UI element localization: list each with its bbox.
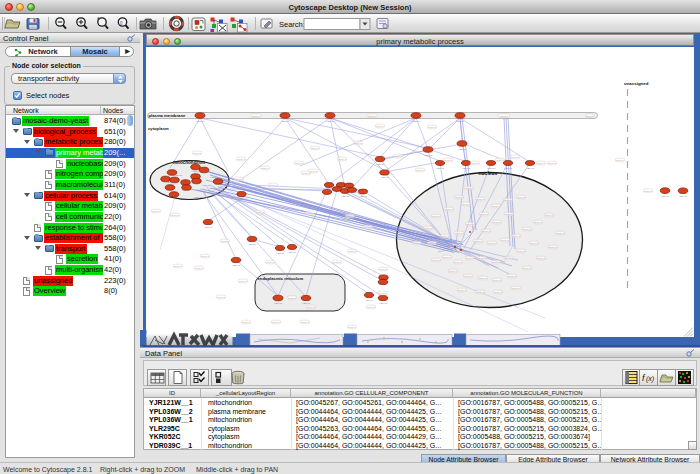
svg-text:Gene-1: Gene-1 xyxy=(505,257,513,259)
svg-text:Gene-1: Gene-1 xyxy=(492,205,500,207)
svg-text:Gene-1: Gene-1 xyxy=(235,178,243,180)
svg-text:YBR-08: YBR-08 xyxy=(679,195,688,198)
svg-text:Gene-1: Gene-1 xyxy=(443,256,451,258)
svg-text:Gene-1: Gene-1 xyxy=(306,212,314,214)
svg-text:Gene-1: Gene-1 xyxy=(471,162,479,164)
svg-text:Gene-1: Gene-1 xyxy=(269,184,277,186)
svg-text:Gene-1: Gene-1 xyxy=(492,261,500,263)
svg-text:Gene-1: Gene-1 xyxy=(367,306,375,308)
svg-text:Gene-1: Gene-1 xyxy=(549,246,557,248)
svg-text:Gene-1: Gene-1 xyxy=(174,265,182,267)
svg-text:Gene-1: Gene-1 xyxy=(537,162,545,164)
svg-text:Gene-1: Gene-1 xyxy=(193,152,201,154)
svg-text:mitochondrion: mitochondrion xyxy=(173,160,205,165)
svg-text:Gene-1: Gene-1 xyxy=(501,239,509,241)
svg-text:Gene-1: Gene-1 xyxy=(512,235,520,237)
svg-text:YBR-08: YBR-08 xyxy=(359,195,368,198)
svg-text:Gene-1: Gene-1 xyxy=(272,321,280,323)
svg-text:Gene-1: Gene-1 xyxy=(338,158,346,160)
svg-text:YBR-08: YBR-08 xyxy=(174,174,183,177)
svg-text:Gene-1: Gene-1 xyxy=(201,255,209,257)
svg-text:YBR-08: YBR-08 xyxy=(232,264,241,267)
svg-text:plasma membrane: plasma membrane xyxy=(149,113,186,118)
svg-text:Gene-1: Gene-1 xyxy=(195,267,203,269)
svg-text:Gene-1: Gene-1 xyxy=(586,115,594,117)
svg-text:Gene-1: Gene-1 xyxy=(368,115,376,117)
svg-text:YBR-08: YBR-08 xyxy=(192,170,201,173)
svg-text:Gene-1: Gene-1 xyxy=(432,259,440,261)
svg-text:Gene-1: Gene-1 xyxy=(517,250,525,252)
svg-text:nucleus: nucleus xyxy=(479,170,498,176)
svg-text:YBR-08: YBR-08 xyxy=(458,148,467,151)
svg-text:YBR-08: YBR-08 xyxy=(661,195,670,198)
svg-text:YBR-08: YBR-08 xyxy=(194,196,203,199)
svg-text:Gene-1: Gene-1 xyxy=(416,169,424,171)
svg-text:Gene-1: Gene-1 xyxy=(428,126,436,128)
svg-text:Gene-1: Gene-1 xyxy=(152,210,160,212)
svg-text:Gene-1: Gene-1 xyxy=(548,162,556,164)
svg-text:YBR-08: YBR-08 xyxy=(281,120,290,123)
svg-text:Gene-1: Gene-1 xyxy=(505,213,513,215)
svg-text:YBR-08: YBR-08 xyxy=(202,184,211,187)
svg-text:Gene-1: Gene-1 xyxy=(545,214,553,216)
svg-text:Gene-1: Gene-1 xyxy=(488,242,496,244)
svg-text:Gene-1: Gene-1 xyxy=(354,142,362,144)
svg-text:Gene-1: Gene-1 xyxy=(496,159,504,161)
svg-text:Gene-1: Gene-1 xyxy=(466,257,474,259)
svg-text:Gene-1: Gene-1 xyxy=(523,228,531,230)
svg-text:Gene-1: Gene-1 xyxy=(530,242,538,244)
svg-text:unassigned: unassigned xyxy=(624,81,649,86)
svg-text:Gene-1: Gene-1 xyxy=(479,277,487,279)
svg-text:YBR-08: YBR-08 xyxy=(326,120,335,123)
svg-text:Gene-1: Gene-1 xyxy=(444,159,452,161)
svg-text:Gene-1: Gene-1 xyxy=(171,214,179,216)
svg-text:Gene-1: Gene-1 xyxy=(493,221,501,223)
svg-text:Gene-1: Gene-1 xyxy=(464,275,472,277)
svg-text:Gene-1: Gene-1 xyxy=(261,167,269,169)
svg-text:Gene-1: Gene-1 xyxy=(494,291,502,293)
svg-text:YBR-08: YBR-08 xyxy=(210,176,219,179)
svg-text:Gene-1: Gene-1 xyxy=(288,297,296,299)
svg-text:Gene-1: Gene-1 xyxy=(466,223,474,225)
svg-text:YBR-08: YBR-08 xyxy=(526,167,535,170)
svg-text:Gene-1: Gene-1 xyxy=(413,242,421,244)
svg-text:YBR-08: YBR-08 xyxy=(274,302,283,305)
svg-text:Gene-1: Gene-1 xyxy=(462,203,470,205)
svg-text:YBR-08: YBR-08 xyxy=(182,189,191,192)
svg-text:YBR-08: YBR-08 xyxy=(456,120,465,123)
svg-text:Gene-1: Gene-1 xyxy=(454,261,462,263)
svg-text:YBR-08: YBR-08 xyxy=(237,198,246,201)
svg-text:Gene-1: Gene-1 xyxy=(465,187,473,189)
svg-text:YBR-08: YBR-08 xyxy=(380,176,389,179)
svg-text:Gene-1: Gene-1 xyxy=(237,158,245,160)
svg-text:YBR-08: YBR-08 xyxy=(376,163,385,166)
svg-text:YBR-08: YBR-08 xyxy=(276,252,285,255)
svg-text:Gene-1: Gene-1 xyxy=(428,242,436,244)
svg-text:YBR-08: YBR-08 xyxy=(248,243,257,246)
svg-text:Gene-1: Gene-1 xyxy=(476,198,484,200)
svg-text:Gene-1: Gene-1 xyxy=(266,261,274,263)
svg-text:Gene-1: Gene-1 xyxy=(508,275,516,277)
svg-text:Gene-1: Gene-1 xyxy=(534,221,542,223)
svg-text:Gene-1: Gene-1 xyxy=(537,257,545,259)
svg-text:Gene-1: Gene-1 xyxy=(379,268,387,270)
svg-text:Gene-1: Gene-1 xyxy=(455,196,463,198)
svg-text:cytoplasm: cytoplasm xyxy=(148,126,169,131)
svg-text:Gene-1: Gene-1 xyxy=(480,213,488,215)
svg-text:Search:: Search: xyxy=(279,20,305,29)
svg-text:Gene-1: Gene-1 xyxy=(301,321,309,323)
svg-text:Gene-1: Gene-1 xyxy=(346,215,354,217)
svg-text:Gene-1: Gene-1 xyxy=(295,162,303,164)
svg-text:Gene-1: Gene-1 xyxy=(482,230,490,232)
svg-text:YBR-08: YBR-08 xyxy=(196,120,205,123)
svg-text:Gene-1: Gene-1 xyxy=(307,306,315,308)
svg-text:Gene-1: Gene-1 xyxy=(458,289,466,291)
svg-text:YBR-08: YBR-08 xyxy=(302,302,311,305)
svg-text:Gene-1: Gene-1 xyxy=(616,159,624,161)
svg-text:(x): (x) xyxy=(646,375,654,383)
svg-text:YBR-08: YBR-08 xyxy=(365,299,374,302)
svg-text:Gene-1: Gene-1 xyxy=(364,226,372,228)
svg-text:Gene-1: Gene-1 xyxy=(256,211,264,213)
svg-text:Gene-1: Gene-1 xyxy=(476,291,484,293)
svg-text:Gene-1: Gene-1 xyxy=(252,115,260,117)
